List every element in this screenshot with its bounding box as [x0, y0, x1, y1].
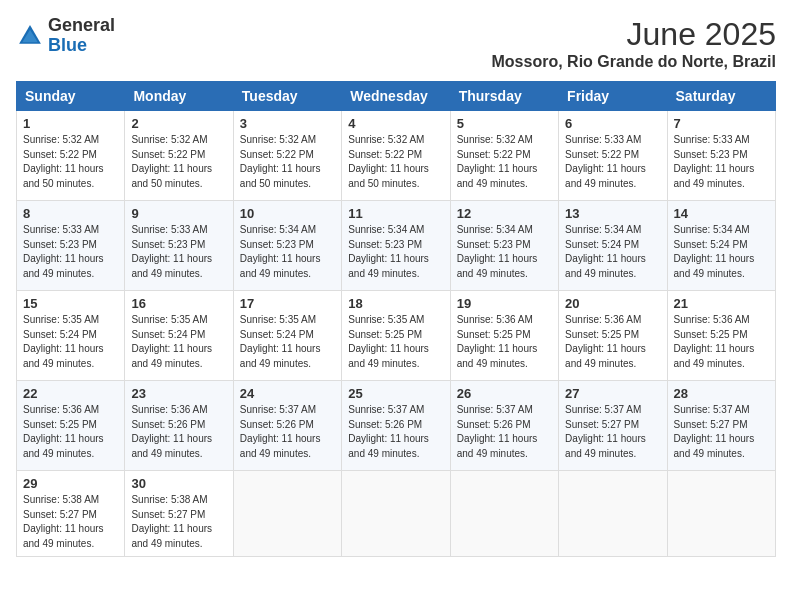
weekday-header-sunday: Sunday: [17, 82, 125, 111]
calendar-day-cell: [233, 471, 341, 557]
calendar-day-cell: 21Sunrise: 5:36 AM Sunset: 5:25 PM Dayli…: [667, 291, 775, 381]
day-info: Sunrise: 5:32 AM Sunset: 5:22 PM Dayligh…: [457, 133, 552, 191]
day-number: 7: [674, 116, 769, 131]
calendar-day-cell: 20Sunrise: 5:36 AM Sunset: 5:25 PM Dayli…: [559, 291, 667, 381]
day-number: 14: [674, 206, 769, 221]
calendar-day-cell: 18Sunrise: 5:35 AM Sunset: 5:25 PM Dayli…: [342, 291, 450, 381]
day-info: Sunrise: 5:32 AM Sunset: 5:22 PM Dayligh…: [23, 133, 118, 191]
title-area: June 2025 Mossoro, Rio Grande do Norte, …: [492, 16, 776, 71]
day-info: Sunrise: 5:34 AM Sunset: 5:23 PM Dayligh…: [240, 223, 335, 281]
day-info: Sunrise: 5:38 AM Sunset: 5:27 PM Dayligh…: [131, 493, 226, 551]
calendar-day-cell: 23Sunrise: 5:36 AM Sunset: 5:26 PM Dayli…: [125, 381, 233, 471]
logo-general: General: [48, 16, 115, 36]
day-number: 16: [131, 296, 226, 311]
day-number: 2: [131, 116, 226, 131]
day-info: Sunrise: 5:35 AM Sunset: 5:25 PM Dayligh…: [348, 313, 443, 371]
day-number: 21: [674, 296, 769, 311]
day-number: 29: [23, 476, 118, 491]
calendar-day-cell: 8Sunrise: 5:33 AM Sunset: 5:23 PM Daylig…: [17, 201, 125, 291]
weekday-header-thursday: Thursday: [450, 82, 558, 111]
day-info: Sunrise: 5:33 AM Sunset: 5:23 PM Dayligh…: [131, 223, 226, 281]
calendar-day-cell: 26Sunrise: 5:37 AM Sunset: 5:26 PM Dayli…: [450, 381, 558, 471]
day-info: Sunrise: 5:34 AM Sunset: 5:23 PM Dayligh…: [457, 223, 552, 281]
logo-blue: Blue: [48, 36, 115, 56]
day-info: Sunrise: 5:37 AM Sunset: 5:27 PM Dayligh…: [674, 403, 769, 461]
day-info: Sunrise: 5:33 AM Sunset: 5:23 PM Dayligh…: [674, 133, 769, 191]
page-header: General Blue June 2025 Mossoro, Rio Gran…: [16, 16, 776, 71]
calendar-day-cell: 16Sunrise: 5:35 AM Sunset: 5:24 PM Dayli…: [125, 291, 233, 381]
calendar-day-cell: 3Sunrise: 5:32 AM Sunset: 5:22 PM Daylig…: [233, 111, 341, 201]
day-info: Sunrise: 5:35 AM Sunset: 5:24 PM Dayligh…: [240, 313, 335, 371]
calendar-day-cell: 12Sunrise: 5:34 AM Sunset: 5:23 PM Dayli…: [450, 201, 558, 291]
calendar-day-cell: 14Sunrise: 5:34 AM Sunset: 5:24 PM Dayli…: [667, 201, 775, 291]
day-info: Sunrise: 5:35 AM Sunset: 5:24 PM Dayligh…: [23, 313, 118, 371]
location-subtitle: Mossoro, Rio Grande do Norte, Brazil: [492, 53, 776, 71]
day-info: Sunrise: 5:38 AM Sunset: 5:27 PM Dayligh…: [23, 493, 118, 551]
day-number: 26: [457, 386, 552, 401]
calendar-day-cell: 17Sunrise: 5:35 AM Sunset: 5:24 PM Dayli…: [233, 291, 341, 381]
weekday-header-row: SundayMondayTuesdayWednesdayThursdayFrid…: [17, 82, 776, 111]
calendar-day-cell: 6Sunrise: 5:33 AM Sunset: 5:22 PM Daylig…: [559, 111, 667, 201]
day-info: Sunrise: 5:37 AM Sunset: 5:26 PM Dayligh…: [348, 403, 443, 461]
calendar-day-cell: 30Sunrise: 5:38 AM Sunset: 5:27 PM Dayli…: [125, 471, 233, 557]
day-info: Sunrise: 5:36 AM Sunset: 5:26 PM Dayligh…: [131, 403, 226, 461]
month-year-title: June 2025: [492, 16, 776, 53]
day-number: 24: [240, 386, 335, 401]
day-number: 17: [240, 296, 335, 311]
day-info: Sunrise: 5:37 AM Sunset: 5:26 PM Dayligh…: [457, 403, 552, 461]
day-number: 1: [23, 116, 118, 131]
day-info: Sunrise: 5:34 AM Sunset: 5:24 PM Dayligh…: [674, 223, 769, 281]
day-info: Sunrise: 5:36 AM Sunset: 5:25 PM Dayligh…: [565, 313, 660, 371]
calendar-week-row: 29Sunrise: 5:38 AM Sunset: 5:27 PM Dayli…: [17, 471, 776, 557]
day-number: 25: [348, 386, 443, 401]
day-number: 3: [240, 116, 335, 131]
calendar-day-cell: [342, 471, 450, 557]
day-number: 23: [131, 386, 226, 401]
day-number: 12: [457, 206, 552, 221]
calendar-week-row: 15Sunrise: 5:35 AM Sunset: 5:24 PM Dayli…: [17, 291, 776, 381]
day-info: Sunrise: 5:32 AM Sunset: 5:22 PM Dayligh…: [240, 133, 335, 191]
calendar-day-cell: 15Sunrise: 5:35 AM Sunset: 5:24 PM Dayli…: [17, 291, 125, 381]
logo-icon: [16, 22, 44, 50]
calendar-week-row: 1Sunrise: 5:32 AM Sunset: 5:22 PM Daylig…: [17, 111, 776, 201]
day-number: 19: [457, 296, 552, 311]
day-number: 22: [23, 386, 118, 401]
calendar-day-cell: 25Sunrise: 5:37 AM Sunset: 5:26 PM Dayli…: [342, 381, 450, 471]
day-number: 11: [348, 206, 443, 221]
calendar-day-cell: 4Sunrise: 5:32 AM Sunset: 5:22 PM Daylig…: [342, 111, 450, 201]
day-info: Sunrise: 5:33 AM Sunset: 5:22 PM Dayligh…: [565, 133, 660, 191]
calendar-day-cell: 1Sunrise: 5:32 AM Sunset: 5:22 PM Daylig…: [17, 111, 125, 201]
day-info: Sunrise: 5:37 AM Sunset: 5:27 PM Dayligh…: [565, 403, 660, 461]
weekday-header-friday: Friday: [559, 82, 667, 111]
day-number: 28: [674, 386, 769, 401]
calendar-day-cell: 24Sunrise: 5:37 AM Sunset: 5:26 PM Dayli…: [233, 381, 341, 471]
day-info: Sunrise: 5:34 AM Sunset: 5:23 PM Dayligh…: [348, 223, 443, 281]
weekday-header-monday: Monday: [125, 82, 233, 111]
calendar-day-cell: 5Sunrise: 5:32 AM Sunset: 5:22 PM Daylig…: [450, 111, 558, 201]
calendar-day-cell: 13Sunrise: 5:34 AM Sunset: 5:24 PM Dayli…: [559, 201, 667, 291]
day-number: 10: [240, 206, 335, 221]
calendar-day-cell: 29Sunrise: 5:38 AM Sunset: 5:27 PM Dayli…: [17, 471, 125, 557]
calendar-day-cell: 9Sunrise: 5:33 AM Sunset: 5:23 PM Daylig…: [125, 201, 233, 291]
day-number: 13: [565, 206, 660, 221]
calendar-day-cell: 28Sunrise: 5:37 AM Sunset: 5:27 PM Dayli…: [667, 381, 775, 471]
calendar-day-cell: 7Sunrise: 5:33 AM Sunset: 5:23 PM Daylig…: [667, 111, 775, 201]
calendar-day-cell: 11Sunrise: 5:34 AM Sunset: 5:23 PM Dayli…: [342, 201, 450, 291]
calendar-day-cell: 22Sunrise: 5:36 AM Sunset: 5:25 PM Dayli…: [17, 381, 125, 471]
calendar-day-cell: [559, 471, 667, 557]
calendar-day-cell: 10Sunrise: 5:34 AM Sunset: 5:23 PM Dayli…: [233, 201, 341, 291]
calendar-day-cell: 27Sunrise: 5:37 AM Sunset: 5:27 PM Dayli…: [559, 381, 667, 471]
day-info: Sunrise: 5:36 AM Sunset: 5:25 PM Dayligh…: [23, 403, 118, 461]
day-info: Sunrise: 5:32 AM Sunset: 5:22 PM Dayligh…: [348, 133, 443, 191]
day-number: 8: [23, 206, 118, 221]
weekday-header-tuesday: Tuesday: [233, 82, 341, 111]
calendar-day-cell: 19Sunrise: 5:36 AM Sunset: 5:25 PM Dayli…: [450, 291, 558, 381]
calendar-day-cell: 2Sunrise: 5:32 AM Sunset: 5:22 PM Daylig…: [125, 111, 233, 201]
day-number: 30: [131, 476, 226, 491]
day-number: 5: [457, 116, 552, 131]
day-number: 15: [23, 296, 118, 311]
weekday-header-wednesday: Wednesday: [342, 82, 450, 111]
calendar-day-cell: [450, 471, 558, 557]
calendar-week-row: 22Sunrise: 5:36 AM Sunset: 5:25 PM Dayli…: [17, 381, 776, 471]
day-number: 20: [565, 296, 660, 311]
